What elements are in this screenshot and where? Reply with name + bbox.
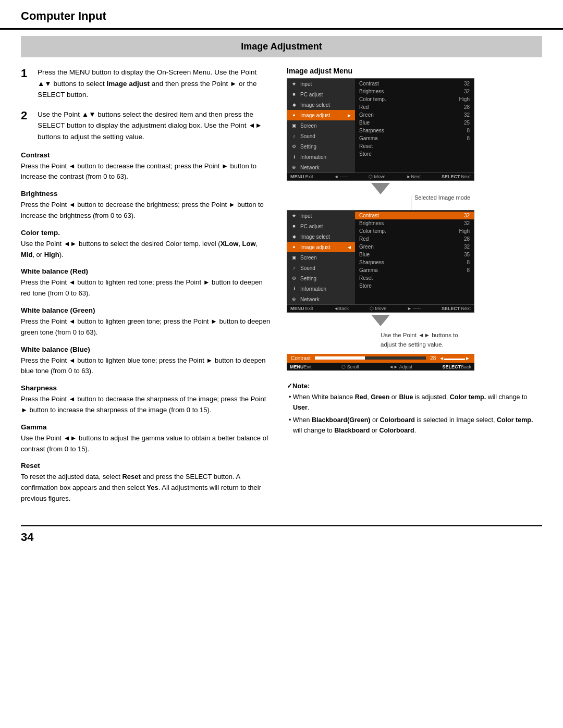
screen-icon-2: ▣ xyxy=(290,254,298,261)
menu2-row-gamma: Gamma8 xyxy=(355,266,474,274)
sharpness-heading: Sharpness xyxy=(21,384,271,392)
menu1-row-green: Green32 xyxy=(355,111,474,119)
brightness-body: Press the Point ◄ button to decrease the… xyxy=(21,200,271,221)
menu2-row-green: Green32 xyxy=(355,243,474,251)
page-title: Computer Input xyxy=(21,9,106,22)
reset-heading: Reset xyxy=(21,462,271,470)
information-icon-2: ℹ xyxy=(290,285,298,292)
page-header: Computer Input xyxy=(0,0,563,30)
reset-body: To reset the adjusted data, select Reset… xyxy=(21,472,271,504)
sidebar-information: ℹ Information xyxy=(287,152,355,162)
section-title: Image Adjustment xyxy=(241,41,322,52)
menu2-row-reset: Reset xyxy=(355,274,474,282)
sidebar-image-select: ◆ Image select xyxy=(287,100,355,110)
menu1-row-contrast: Contrast32 xyxy=(355,80,474,88)
setting-icon-2: ⚙ xyxy=(290,275,298,282)
arrow-2 xyxy=(287,315,474,326)
arrow-down-icon-1 xyxy=(371,183,390,194)
step-text-2: Use the Point ▲▼ buttons select the desi… xyxy=(38,109,271,143)
sharpness-body: Press the Point ◄ button to decrease the… xyxy=(21,394,271,416)
setting-note-area: Use the Point ◄► buttons to adjust the s… xyxy=(287,328,474,354)
image-select-icon: ◆ xyxy=(290,101,298,108)
proj-menu-1-main: Contrast32 Brightness32 Color temp.High … xyxy=(355,79,474,172)
sidebar-screen: ▣ Screen xyxy=(287,120,355,131)
network-icon-2: ⊕ xyxy=(290,295,298,303)
gamma-body: Use the Point ◄► buttons to adjust the g… xyxy=(21,433,271,455)
proj-menu-2: ★ Input ■ PC adjust ◆ Image select ● Ima… xyxy=(287,210,474,313)
pc-adjust-icon: ■ xyxy=(290,91,298,98)
sidebar-pc-adjust: ■ PC adjust xyxy=(287,89,355,100)
contrast-fill xyxy=(315,356,365,360)
network-icon: ⊕ xyxy=(290,164,298,171)
menu2-row-red: Red28 xyxy=(355,235,474,243)
sharpness-section: Sharpness Press the Point ◄ button to de… xyxy=(21,384,271,416)
contrast-bar-widget: Contrast 28 ◄▬▬▬▬► xyxy=(287,354,474,363)
wb-blue-section: White balance (Blue) Press the Point ◄ b… xyxy=(21,346,271,377)
input-icon-2: ★ xyxy=(290,212,298,219)
gamma-section: Gamma Use the Point ◄► buttons to adjust… xyxy=(21,423,271,455)
section-title-bar: Image Adjustment xyxy=(21,36,542,57)
selected-mode-annotation: Selected Image mode xyxy=(287,196,474,207)
menu1-row-gamma: Gamma8 xyxy=(355,134,474,142)
sidebar2-network: ⊕ Network xyxy=(287,294,355,304)
sound-icon-2: ♪ xyxy=(290,264,298,272)
selected-mode-label: Selected Image mode xyxy=(414,194,470,201)
contrast-section: Contrast Press the Point ◄ button to dec… xyxy=(21,151,271,183)
screen-icon: ▣ xyxy=(290,122,298,129)
wb-green-body: Press the Point ◄ button to lighten gree… xyxy=(21,316,271,338)
colortemp-body: Use the Point ◄► buttons to select the d… xyxy=(21,239,271,261)
brightness-section: Brightness Press the Point ◄ button to d… xyxy=(21,190,271,221)
wb-green-section: White balance (Green) Press the Point ◄ … xyxy=(21,306,271,338)
sidebar2-pc-adjust: ■ PC adjust xyxy=(287,221,355,231)
proj-menu-2-footer: MENUExit ◄Back ⬡ Move ► ----- SELECTNext xyxy=(287,304,474,312)
sidebar-setting: ⚙ Setting xyxy=(287,141,355,152)
page-number: 34 xyxy=(21,530,33,544)
input-icon: ★ xyxy=(290,80,298,88)
wb-blue-body: Press the Point ◄ button to lighten blue… xyxy=(21,355,271,377)
main-content: 1 Press the MENU button to display the O… xyxy=(0,57,563,515)
note-list: When White balance Red, Green or Blue is… xyxy=(287,392,542,436)
image-select-icon-2: ◆ xyxy=(290,233,298,240)
menu2-row-blue: Blue35 xyxy=(355,251,474,258)
wb-red-body: Press the Point ◄ button to lighten red … xyxy=(21,277,271,299)
colortemp-section: Color temp. Use the Point ◄► buttons to … xyxy=(21,229,271,261)
information-icon: ℹ xyxy=(290,153,298,161)
note-item-2: When Blackboard(Green) or Colorboard is … xyxy=(289,415,542,436)
step-1: 1 Press the MENU button to display the O… xyxy=(21,67,271,101)
sidebar2-setting: ⚙ Setting xyxy=(287,273,355,283)
menu2-row-store: Store xyxy=(355,282,474,290)
note-title: ✓Note: xyxy=(287,381,542,392)
sidebar-input: ★ Input xyxy=(287,79,355,89)
right-column: Image adjust Menu ★ Input ■ PC adjust ◆ … xyxy=(287,67,542,505)
reset-section: Reset To reset the adjusted data, select… xyxy=(21,462,271,504)
sidebar2-information: ℹ Information xyxy=(287,283,355,294)
sidebar-image-adjust: ● Image adjust ► xyxy=(287,110,355,120)
wb-blue-heading: White balance (Blue) xyxy=(21,346,271,353)
brightness-heading: Brightness xyxy=(21,190,271,198)
note-box: ✓Note: When White balance Red, Green or … xyxy=(287,381,542,436)
contrast-bar-footer: MENUExit ⬡ Scroll ◄► Adjust SELECTBack xyxy=(287,363,474,371)
sidebar2-input: ★ Input xyxy=(287,211,355,221)
wb-green-heading: White balance (Green) xyxy=(21,306,271,314)
contrast-bar-label: Contrast xyxy=(291,355,311,361)
sidebar-network: ⊕ Network xyxy=(287,162,355,172)
arrow-1 xyxy=(287,183,474,194)
contrast-bar-value: 28 xyxy=(430,355,436,361)
image-adjust-icon: ● xyxy=(290,112,298,119)
wb-red-heading: White balance (Red) xyxy=(21,267,271,275)
proj-menu-1-sidebar: ★ Input ■ PC adjust ◆ Image select ● Ima… xyxy=(287,79,355,172)
sidebar2-image-adjust: ● Image adjust ◄ xyxy=(287,242,355,252)
step-number-2: 2 xyxy=(21,109,32,143)
setting-value-note: Use the Point ◄► buttons to adjust the s… xyxy=(381,330,474,350)
menu2-row-sharpness: Sharpness8 xyxy=(355,258,474,266)
sidebar2-image-select: ◆ Image select xyxy=(287,231,355,242)
step-2: 2 Use the Point ▲▼ buttons select the de… xyxy=(21,109,271,143)
step-text-1: Press the MENU button to display the On-… xyxy=(38,67,271,101)
menu1-row-brightness: Brightness32 xyxy=(355,88,474,95)
menu-label: Image adjust Menu xyxy=(287,67,542,75)
menu1-row-red: Red28 xyxy=(355,103,474,111)
colortemp-heading: Color temp. xyxy=(21,229,271,237)
menu2-row-contrast: Contrast32 xyxy=(355,212,474,219)
sound-icon: ♪ xyxy=(290,132,298,140)
menu2-row-colortemp: Color temp.High xyxy=(355,227,474,235)
